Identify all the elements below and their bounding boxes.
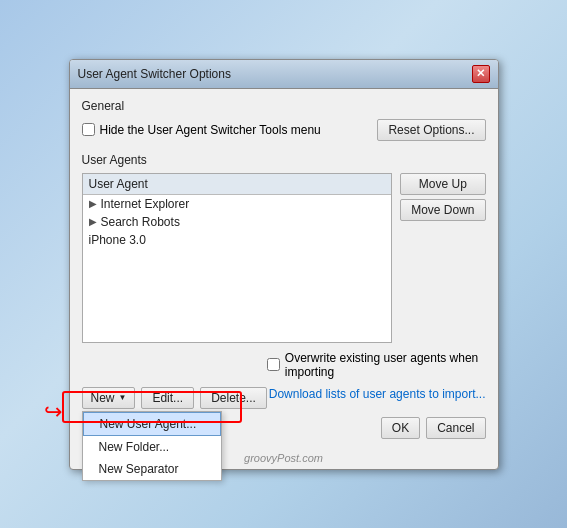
user-agents-section: User Agents User Agent ▶ Internet Explor… bbox=[82, 153, 486, 343]
overwrite-row: Overwrite existing user agents when impo… bbox=[267, 351, 486, 379]
ua-column-header: User Agent bbox=[83, 174, 392, 195]
new-btn-container: New ▼ New User Agent... ↪ New Folder. bbox=[82, 387, 136, 409]
right-section: Overwrite existing user agents when impo… bbox=[267, 351, 486, 439]
ok-button[interactable]: OK bbox=[381, 417, 420, 439]
bottom-area: New ▼ New User Agent... ↪ New Folder. bbox=[82, 351, 486, 439]
new-user-agent-item[interactable]: New User Agent... ↪ bbox=[83, 412, 221, 436]
item-label: iPhone 3.0 bbox=[89, 233, 146, 247]
dialog-body: General Hide the User Agent Switcher Too… bbox=[70, 89, 498, 451]
bottom-buttons: New ▼ New User Agent... ↪ New Folder. bbox=[82, 387, 267, 409]
new-button[interactable]: New ▼ bbox=[82, 387, 136, 409]
cancel-button[interactable]: Cancel bbox=[426, 417, 485, 439]
ua-layout: User Agent ▶ Internet Explorer ▶ Search … bbox=[82, 173, 486, 343]
arrow-indicator: ↪ bbox=[44, 399, 62, 425]
watermark: groovyPost.com bbox=[244, 452, 323, 464]
hide-menu-text: Hide the User Agent Switcher Tools menu bbox=[100, 123, 321, 137]
general-section: General Hide the User Agent Switcher Too… bbox=[82, 99, 486, 141]
edit-button[interactable]: Edit... bbox=[141, 387, 194, 409]
hide-menu-label[interactable]: Hide the User Agent Switcher Tools menu bbox=[82, 123, 321, 137]
new-label: New bbox=[91, 391, 115, 405]
general-row: Hide the User Agent Switcher Tools menu … bbox=[82, 119, 486, 141]
title-bar: User Agent Switcher Options ✕ bbox=[70, 60, 498, 89]
dialog: User Agent Switcher Options ✕ General Hi… bbox=[69, 59, 499, 470]
new-folder-item[interactable]: New Folder... bbox=[83, 436, 221, 458]
expand-icon: ▶ bbox=[89, 198, 97, 209]
new-user-agent-label: New User Agent... bbox=[100, 417, 197, 431]
new-folder-label: New Folder... bbox=[99, 440, 170, 454]
ua-move-buttons: Move Up Move Down bbox=[400, 173, 485, 221]
reset-options-button[interactable]: Reset Options... bbox=[377, 119, 485, 141]
list-item[interactable]: ▶ Search Robots bbox=[83, 213, 392, 231]
overwrite-label: Overwrite existing user agents when impo… bbox=[285, 351, 486, 379]
new-dropdown-menu: New User Agent... ↪ New Folder... New Se… bbox=[82, 411, 222, 481]
item-label: Search Robots bbox=[101, 215, 180, 229]
new-separator-item[interactable]: New Separator bbox=[83, 458, 221, 480]
ok-cancel-row: OK Cancel bbox=[381, 417, 486, 439]
list-item[interactable]: iPhone 3.0 bbox=[83, 231, 392, 249]
ua-list[interactable]: User Agent ▶ Internet Explorer ▶ Search … bbox=[82, 173, 393, 343]
list-item[interactable]: ▶ Internet Explorer bbox=[83, 195, 392, 213]
expand-icon: ▶ bbox=[89, 216, 97, 227]
move-up-button[interactable]: Move Up bbox=[400, 173, 485, 195]
download-link[interactable]: Download lists of user agents to import.… bbox=[269, 387, 486, 401]
dialog-title: User Agent Switcher Options bbox=[78, 67, 231, 81]
delete-button[interactable]: Delete... bbox=[200, 387, 267, 409]
close-button[interactable]: ✕ bbox=[472, 65, 490, 83]
overwrite-checkbox[interactable] bbox=[267, 358, 280, 371]
left-bottom: New ▼ New User Agent... ↪ New Folder. bbox=[82, 381, 267, 439]
move-down-button[interactable]: Move Down bbox=[400, 199, 485, 221]
new-separator-label: New Separator bbox=[99, 462, 179, 476]
user-agents-label: User Agents bbox=[82, 153, 486, 167]
item-label: Internet Explorer bbox=[101, 197, 190, 211]
general-label: General bbox=[82, 99, 486, 113]
dropdown-arrow-icon: ▼ bbox=[119, 393, 127, 402]
hide-menu-checkbox[interactable] bbox=[82, 123, 95, 136]
